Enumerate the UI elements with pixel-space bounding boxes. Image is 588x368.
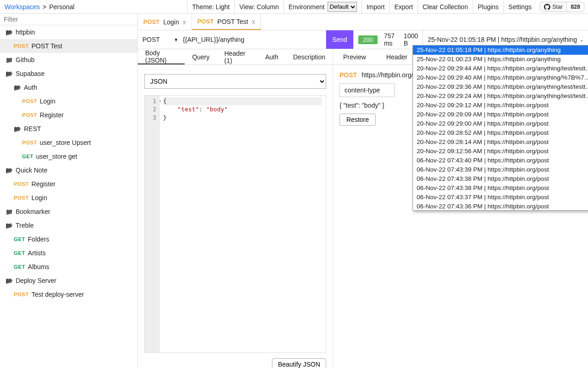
sidebar-item-label: Login	[32, 194, 47, 201]
tab-label: POST Test	[217, 18, 248, 25]
sidebar-folder[interactable]: 📂Treble	[0, 218, 137, 232]
settings-menu[interactable]: Settings	[503, 0, 537, 13]
history-item[interactable]: 20-Nov-22 09:28:52 AM | https://httpbin.…	[413, 128, 588, 138]
history-item[interactable]: 20-Nov-22 09:29:00 AM | https://httpbin.…	[413, 119, 588, 128]
sidebar-folder[interactable]: 📂Quick Note	[0, 163, 137, 177]
github-icon	[544, 4, 550, 10]
filter-input[interactable]	[4, 16, 134, 23]
tab-query[interactable]: Query	[185, 49, 217, 64]
history-item[interactable]: 20-Nov-22 09:29:44 AM | https://httpbin.…	[413, 64, 588, 73]
restore-button[interactable]: Restore	[339, 114, 376, 126]
environment-menu[interactable]: Environment Default	[283, 0, 362, 13]
request-tab[interactable]: POSTPOST Testx	[192, 14, 261, 30]
history-item[interactable]: 20-Nov-22 09:29:09 AM | https://httpbin.…	[413, 110, 588, 119]
tab-header[interactable]: Header (1)	[217, 49, 258, 64]
sidebar-folder[interactable]: 📂Deploy Server	[0, 274, 137, 288]
method-badge: POST	[14, 195, 29, 201]
history-item[interactable]: 06-Nov-22 07:43:40 PM | https://httpbin.…	[413, 156, 588, 165]
history-item[interactable]: 06-Nov-22 07:43:38 PM | https://httpbin.…	[413, 184, 588, 193]
history-item[interactable]: 20-Nov-22 09:12:56 AM | https://httpbin.…	[413, 147, 588, 156]
history-item[interactable]: 20-Nov-22 09:29:12 AM | https://httpbin.…	[413, 101, 588, 110]
star-label: Star	[552, 4, 563, 10]
plugins-menu[interactable]: Plugins	[473, 0, 503, 13]
response-url: https://httpbin.org/	[362, 71, 413, 79]
history-item[interactable]: 25-Nov-22 01:05:18 PM | https://httpbin.…	[413, 46, 588, 55]
export-menu[interactable]: Export	[389, 0, 417, 13]
history-item[interactable]: 06-Nov-22 07:43:37 PM | https://httpbin.…	[413, 193, 588, 202]
breadcrumb: Workspaces > Personal	[0, 0, 187, 13]
sidebar-item-label: Register	[40, 111, 64, 119]
sidebar-item-label: Albums	[28, 263, 50, 270]
tab-description[interactable]: Description	[286, 49, 333, 64]
environment-select[interactable]: Default	[328, 2, 357, 12]
sidebar-request[interactable]: POST Login	[0, 94, 137, 108]
sidebar-folder[interactable]: 📂Supabase	[0, 67, 137, 80]
history-dropdown[interactable]: 25-Nov-22 01:05:18 PM | https://httpbin.…	[413, 45, 588, 211]
sidebar-item-label: user_store Upsert	[40, 139, 91, 146]
sidebar-folder[interactable]: 📁Bookmarker	[0, 205, 137, 218]
tab-label: Login	[163, 18, 179, 26]
method-select[interactable]: POST ▼	[142, 36, 178, 43]
sidebar-request[interactable]: POST Register	[0, 108, 137, 122]
chevron-down-icon: ⌄	[580, 37, 583, 42]
method-badge: POST	[143, 18, 159, 25]
send-button[interactable]: Send	[326, 30, 354, 49]
method-badge: POST	[198, 18, 214, 25]
sidebar-folder[interactable]: 📂REST	[0, 122, 137, 136]
sidebar-item-label: Auth	[24, 84, 37, 91]
method-badge: POST	[14, 292, 29, 297]
history-item[interactable]: 20-Nov-22 09:29:36 AM | https://httpbin.…	[413, 82, 588, 92]
sidebar-request[interactable]: POST Register	[0, 177, 137, 191]
response-time: 757 ms	[384, 32, 397, 47]
history-current: 25-Nov-22 01:05:18 PM | https://httpbin.…	[428, 36, 577, 43]
tab-preview[interactable]: Preview	[333, 49, 376, 64]
clear-collection-menu[interactable]: Clear Collection	[418, 0, 473, 13]
folder-open-icon: 📂	[6, 70, 13, 77]
sidebar-folder[interactable]: 📂Auth	[0, 80, 137, 94]
chevron-down-icon: ▼	[174, 37, 178, 42]
sidebar-request[interactable]: POST POST Test	[0, 39, 137, 53]
github-star-button[interactable]: Star 828	[540, 2, 584, 12]
sidebar-request[interactable]: POST Login	[0, 191, 137, 205]
history-item[interactable]: 20-Nov-22 09:29:24 AM | https://httpbin.…	[413, 92, 588, 101]
sidebar-request[interactable]: GET Folders	[0, 232, 137, 246]
sidebar-request[interactable]: POST Test deploy-server	[0, 288, 137, 301]
tab-auth[interactable]: Auth	[258, 49, 286, 64]
history-item[interactable]: 06-Nov-22 07:43:36 PM | https://httpbin.…	[413, 202, 588, 211]
sidebar-folder[interactable]: 📂httpbin	[0, 25, 137, 39]
folder-open-icon: 📂	[6, 29, 13, 36]
sidebar-item-label: Artists	[28, 249, 46, 257]
history-item[interactable]: 06-Nov-22 07:43:38 PM | https://httpbin.…	[413, 174, 588, 184]
close-icon[interactable]: x	[252, 18, 255, 25]
response-header-key: content-type	[339, 83, 395, 97]
method-badge: POST	[14, 181, 29, 187]
workspaces-link[interactable]: Workspaces	[5, 3, 40, 11]
request-tab[interactable]: POSTLoginx	[138, 14, 192, 30]
beautify-json-button[interactable]: Beautify JSON	[272, 358, 326, 368]
tab-response-header[interactable]: Header	[376, 49, 418, 64]
sidebar-item-label: Test deploy-server	[32, 291, 84, 298]
json-editor[interactable]: 123 { "test": "body"}	[144, 95, 326, 353]
breadcrumb-sep: >	[43, 3, 46, 11]
body-type-select[interactable]: JSON	[144, 74, 326, 89]
view-menu[interactable]: View: Column	[234, 0, 283, 13]
sidebar-item-label: user_store get	[36, 153, 78, 160]
sidebar-request[interactable]: POST user_store Upsert	[0, 136, 137, 150]
theme-menu[interactable]: Theme: Light	[187, 0, 234, 13]
history-item[interactable]: 06-Nov-22 07:43:39 PM | https://httpbin.…	[413, 165, 588, 174]
sidebar-request[interactable]: GET user_store get	[0, 150, 137, 163]
history-item[interactable]: 25-Nov-22 01:00:23 PM | https://httpbin.…	[413, 55, 588, 64]
sidebar-folder[interactable]: 📁Github	[0, 53, 137, 67]
sidebar-item-label: REST	[24, 125, 41, 132]
method-badge: GET	[14, 250, 25, 256]
request-url[interactable]: {{API_URL}}/anything	[183, 36, 244, 43]
sidebar-request[interactable]: GET Albums	[0, 260, 137, 274]
tab-body[interactable]: Body (JSON)	[138, 49, 185, 64]
method-badge: POST	[22, 112, 37, 118]
history-item[interactable]: 20-Nov-22 09:28:14 AM | https://httpbin.…	[413, 138, 588, 147]
sidebar-request[interactable]: GET Artists	[0, 246, 137, 260]
close-icon[interactable]: x	[183, 18, 186, 26]
import-menu[interactable]: Import	[362, 0, 390, 13]
history-item[interactable]: 20-Nov-22 09:29:40 AM | https://httpbin.…	[413, 73, 588, 82]
folder-open-icon: 📂	[14, 126, 21, 132]
